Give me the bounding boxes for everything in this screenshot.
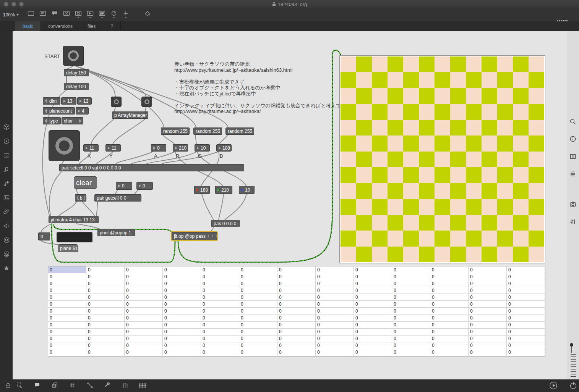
- cellblock-cell[interactable]: 0: [163, 315, 201, 322]
- cellblock-cell[interactable]: 0: [239, 273, 277, 280]
- tab-help[interactable]: ?: [103, 21, 121, 31]
- zero-numberbox-2[interactable]: 0: [136, 182, 153, 190]
- cellblock-cell[interactable]: 0: [86, 342, 125, 349]
- cellblock-cell[interactable]: 0: [239, 294, 277, 301]
- cellblock-cell[interactable]: 0: [163, 349, 201, 356]
- cellblock-cell[interactable]: 0: [316, 349, 354, 356]
- cellblock-cell[interactable]: 0: [430, 329, 469, 336]
- cellblock-cell[interactable]: 0: [354, 301, 392, 308]
- cellblock-cell[interactable]: 0: [277, 349, 316, 356]
- layers-icon[interactable]: [51, 382, 59, 389]
- cellblock-cell[interactable]: 0: [392, 336, 430, 342]
- cellblock-cell[interactable]: 0: [430, 273, 469, 280]
- cellblock-cell[interactable]: 0: [392, 315, 430, 322]
- cellblock-cell[interactable]: 0: [48, 280, 86, 287]
- cellblock-cell[interactable]: 0: [201, 273, 239, 280]
- cellblock-cell[interactable]: 0: [392, 308, 430, 315]
- toggle-1[interactable]: [111, 97, 122, 107]
- cellblock-cell[interactable]: 0: [316, 315, 354, 322]
- cellblock-cell[interactable]: 0: [48, 287, 86, 294]
- cellblock-cell[interactable]: 0: [86, 329, 125, 336]
- cellblock-cell[interactable]: 0: [316, 294, 354, 301]
- new-toggle-icon[interactable]: [62, 10, 71, 21]
- cellblock-cell[interactable]: 0: [507, 329, 545, 336]
- music-note-icon[interactable]: [3, 166, 10, 174]
- cellblock-cell[interactable]: 0: [48, 273, 86, 280]
- toggle-2[interactable]: [141, 97, 152, 107]
- cellblock-cell[interactable]: 0: [48, 322, 86, 329]
- cellblock-cell[interactable]: 0: [277, 342, 316, 349]
- zero-numberbox-1[interactable]: 0: [116, 182, 132, 190]
- cellblock-cell[interactable]: 0: [163, 329, 201, 336]
- cellblock-cell[interactable]: 0: [86, 266, 125, 273]
- cellblock-cell[interactable]: 0: [277, 273, 316, 280]
- cellblock-cell[interactable]: 0: [163, 322, 201, 329]
- beap-icon[interactable]: [3, 251, 10, 258]
- cellblock-cell[interactable]: 0: [507, 273, 545, 280]
- cellblock-cell[interactable]: 0: [392, 273, 430, 280]
- planecount-numberbox[interactable]: 4: [76, 107, 89, 115]
- cellblock-cell[interactable]: 0: [469, 266, 507, 273]
- cellblock-cell[interactable]: 0: [507, 308, 545, 315]
- cellblock-cell[interactable]: 0: [239, 329, 277, 336]
- cellblock-cell[interactable]: 0: [48, 342, 86, 349]
- r-numberbox[interactable]: 210: [173, 144, 188, 152]
- clear-message[interactable]: clear: [74, 176, 97, 189]
- random-255-object-3[interactable]: random 255: [225, 127, 254, 135]
- cellblock-cell[interactable]: 0: [469, 273, 507, 280]
- cellblock-cell[interactable]: 0: [125, 322, 163, 329]
- cellblock-cell[interactable]: 0: [469, 329, 507, 336]
- cellblock-cell[interactable]: 0: [507, 336, 545, 342]
- cellblock-cell[interactable]: 0: [201, 280, 239, 287]
- dim-y-numberbox[interactable]: 13: [77, 97, 92, 105]
- cellblock-cell[interactable]: 0: [48, 315, 86, 322]
- cellblock-cell[interactable]: 0: [163, 287, 201, 294]
- cellblock-cell[interactable]: 0: [277, 301, 316, 308]
- start-toggle[interactable]: [63, 46, 84, 66]
- cellblock-cell[interactable]: 0: [392, 342, 430, 349]
- random-255-object-1[interactable]: random 255: [161, 127, 190, 135]
- a-numberbox[interactable]: 0: [151, 144, 166, 152]
- cellblock-cell[interactable]: 0: [430, 322, 469, 329]
- cellblock-cell[interactable]: 0: [201, 294, 239, 301]
- cellblock-cell[interactable]: 0: [507, 315, 545, 322]
- cellblock-cell[interactable]: 0: [316, 266, 354, 273]
- type-attrui[interactable]: type: [43, 117, 61, 124]
- cellblock-cell[interactable]: 0: [125, 287, 163, 294]
- filters-sliders-icon[interactable]: [569, 218, 576, 225]
- cellblock-cell[interactable]: 0: [469, 308, 507, 315]
- dim-attrui[interactable]: dim: [43, 97, 60, 105]
- cellblock-cell[interactable]: 0: [392, 301, 430, 308]
- umenu-object[interactable]: [57, 232, 92, 242]
- print-popup-object[interactable]: print @popup 1: [97, 229, 135, 236]
- cellblock-cell[interactable]: 0: [316, 273, 354, 280]
- cellblock-cell[interactable]: 0: [239, 280, 277, 287]
- pak-setcell-object[interactable]: pak setcell 0 0 val 0 0 0 0 0 0: [59, 164, 244, 171]
- cellblock-cell[interactable]: 0: [430, 287, 469, 294]
- power-icon[interactable]: [569, 381, 576, 389]
- cellblock-cell[interactable]: 0: [354, 273, 392, 280]
- delay-150-object[interactable]: delay 150: [64, 69, 89, 76]
- cellblock-cell[interactable]: 0: [239, 287, 277, 294]
- columns-view-icon[interactable]: [569, 153, 576, 160]
- cellblock-cell[interactable]: 0: [392, 322, 430, 329]
- cellblock-cell[interactable]: 0: [86, 315, 125, 322]
- cellblock-cell[interactable]: 0: [507, 280, 545, 287]
- random-255-object-2[interactable]: random 255: [193, 127, 222, 135]
- cellblock-cell[interactable]: 0: [125, 301, 163, 308]
- cellblock-cell[interactable]: 0: [125, 336, 163, 342]
- cellblock-cell[interactable]: 0: [354, 349, 392, 356]
- tab-files[interactable]: files: [80, 21, 103, 31]
- new-metro-icon[interactable]: [110, 10, 118, 21]
- packages-cube-icon[interactable]: [3, 124, 10, 131]
- new-button-icon[interactable]: [74, 10, 83, 21]
- cellblock-cell[interactable]: 0: [163, 301, 201, 308]
- cellblock-cell[interactable]: 0: [354, 329, 392, 336]
- cellblock-cell[interactable]: 0: [354, 294, 392, 301]
- b-numberbox[interactable]: 188: [216, 144, 232, 152]
- cellblock-cell[interactable]: 0: [392, 294, 430, 301]
- cellblock-cell[interactable]: 0: [86, 287, 125, 294]
- cellblock-cell[interactable]: 0: [163, 273, 201, 280]
- tab-basic[interactable]: basic: [15, 21, 41, 31]
- cellblock-cell[interactable]: 0: [392, 287, 430, 294]
